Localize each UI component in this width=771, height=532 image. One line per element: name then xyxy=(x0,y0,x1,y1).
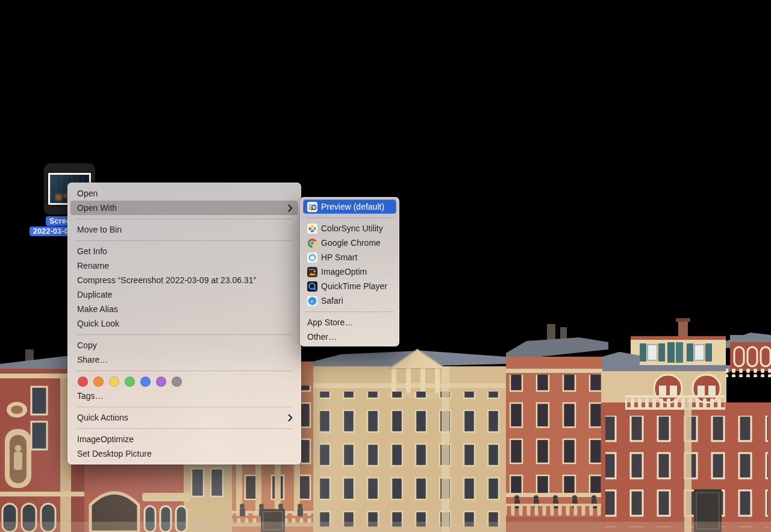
menu-item-label: Quick Look xyxy=(77,316,119,331)
open-with-submenu: Preview (default) ColorSync Utility xyxy=(300,197,399,346)
submenu-item-label: Other… xyxy=(307,330,337,344)
submenu-item-label: QuickTime Player xyxy=(321,279,387,293)
submenu-item-label: ImageOptim xyxy=(321,264,367,279)
submenu-item-google-chrome[interactable]: Google Chrome xyxy=(300,236,399,250)
tag-dot-red[interactable] xyxy=(78,377,88,387)
menu-item-label: Copy xyxy=(77,338,97,352)
submenu-item-quicktime-player[interactable]: QuickTime Player xyxy=(300,279,399,293)
submenu-item-other[interactable]: Other… xyxy=(300,330,399,344)
quicktime-icon xyxy=(307,281,317,292)
menu-separator xyxy=(76,407,292,407)
menu-item-label: Set Desktop Picture xyxy=(77,446,152,461)
submenu-item-hp-smart[interactable]: HP Smart xyxy=(300,250,399,264)
menu-item-quick-look[interactable]: Quick Look xyxy=(67,316,301,331)
menu-item-duplicate[interactable]: Duplicate xyxy=(67,287,301,302)
menu-item-compress[interactable]: Compress “Screenshot 2022-03-09 at 23.06… xyxy=(67,273,301,287)
menu-item-label: Rename xyxy=(77,258,109,273)
submenu-item-label: Google Chrome xyxy=(321,236,381,250)
file-label-line2[interactable]: 2022-03-09 at 23.06.31 xyxy=(30,227,68,236)
menu-item-share[interactable]: Share… xyxy=(67,352,301,367)
menu-item-label: Open With xyxy=(77,201,117,215)
menu-item-label: ImageOptimize xyxy=(77,432,134,446)
menu-item-label: Tags… xyxy=(77,389,104,403)
chevron-right-icon xyxy=(288,204,293,212)
submenu-item-safari[interactable]: Safari xyxy=(300,293,399,308)
submenu-item-label: Safari xyxy=(321,293,343,308)
safari-icon xyxy=(307,296,317,306)
submenu-item-imageoptim[interactable]: ImageOptim xyxy=(300,264,399,279)
tag-dot-orange[interactable] xyxy=(93,377,104,387)
tag-dot-green[interactable] xyxy=(125,377,135,387)
menu-item-set-desktop-picture[interactable]: Set Desktop Picture xyxy=(67,446,301,461)
submenu-item-preview[interactable]: Preview (default) xyxy=(303,199,396,214)
file-label: Screenshot 2022-03-09 at 23.06.31 xyxy=(0,214,68,241)
menu-item-imageoptimize[interactable]: ImageOptimize xyxy=(67,432,301,446)
submenu-item-label: HP Smart xyxy=(321,250,357,264)
chrome-icon xyxy=(307,238,317,248)
menu-item-quick-actions[interactable]: Quick Actions xyxy=(67,410,301,425)
tag-dot-yellow[interactable] xyxy=(109,377,119,387)
menu-item-rename[interactable]: Rename xyxy=(67,258,301,273)
submenu-item-label: Preview (default) xyxy=(321,199,384,214)
menu-item-make-alias[interactable]: Make Alias xyxy=(67,302,301,316)
menu-item-label: Duplicate xyxy=(77,287,112,302)
preview-icon xyxy=(307,202,317,212)
menu-item-copy[interactable]: Copy xyxy=(67,338,301,352)
menu-separator xyxy=(305,217,394,218)
chevron-right-icon xyxy=(288,414,293,422)
context-menu: Open Open With Move to Bin Get Info Rena… xyxy=(67,183,301,465)
menu-item-move-to-bin[interactable]: Move to Bin xyxy=(67,222,301,237)
menu-item-label: Get Info xyxy=(77,244,107,258)
menu-item-label: Move to Bin xyxy=(77,222,122,237)
tag-colors-row xyxy=(67,374,301,389)
tag-dot-blue[interactable] xyxy=(140,377,151,387)
submenu-item-label: ColorSync Utility xyxy=(321,221,383,236)
menu-item-get-info[interactable]: Get Info xyxy=(67,244,301,258)
menu-separator xyxy=(76,240,292,241)
imageoptim-icon xyxy=(307,267,317,277)
menu-item-label: Compress “Screenshot 2022-03-09 at 23.06… xyxy=(77,273,256,287)
menu-item-tags[interactable]: Tags… xyxy=(67,389,301,403)
menu-separator xyxy=(76,428,292,429)
menu-item-open-with[interactable]: Open With xyxy=(70,201,298,215)
menu-item-label: Open xyxy=(77,186,98,201)
tag-dot-gray[interactable] xyxy=(172,377,182,387)
menu-item-label: Quick Actions xyxy=(77,410,128,425)
menu-item-label: Make Alias xyxy=(77,302,118,316)
menu-separator xyxy=(76,334,292,335)
submenu-item-app-store[interactable]: App Store… xyxy=(300,315,399,330)
menu-item-open[interactable]: Open xyxy=(67,186,301,201)
menu-separator xyxy=(76,219,292,219)
menu-item-label: Share… xyxy=(77,352,108,367)
submenu-item-label: App Store… xyxy=(307,315,353,330)
tag-dot-purple[interactable] xyxy=(156,377,166,387)
submenu-item-colorsync-utility[interactable]: ColorSync Utility xyxy=(300,221,399,236)
menu-separator xyxy=(76,371,292,371)
colorsync-icon xyxy=(307,224,317,234)
menu-separator xyxy=(305,311,394,312)
hp-smart-icon xyxy=(307,252,317,263)
file-label-line1[interactable]: Screenshot xyxy=(46,216,68,226)
